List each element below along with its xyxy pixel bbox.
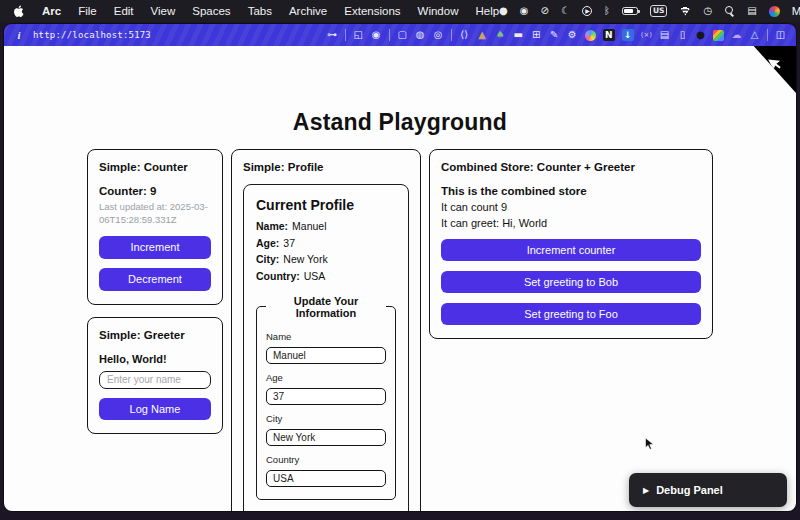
field-label: Country [266, 454, 386, 465]
profile-card: Simple: Profile Current Profile Name:Man… [231, 149, 421, 511]
counter-last-updated: Last updated at: 2025-03-06T15:28:59.331… [99, 200, 211, 227]
clipboard-icon[interactable]: ▯ [677, 29, 688, 41]
target-icon[interactable]: ◎ [433, 29, 444, 41]
menubar-item[interactable]: Tabs [248, 5, 272, 17]
code-brackets-icon[interactable]: ⟨⟩ [459, 29, 470, 41]
paperclip-icon[interactable]: ⊶ [327, 29, 338, 41]
site-info-icon[interactable]: i [14, 29, 24, 41]
menubar-item[interactable]: Arc [42, 5, 61, 17]
city-input[interactable] [266, 429, 386, 446]
displays-icon[interactable]: ▤ [747, 6, 756, 16]
globe-icon[interactable]: ◍ [415, 29, 426, 41]
field-label: Name [266, 331, 386, 342]
debug-panel-label: Debug Panel [656, 484, 723, 496]
toolbar-divider[interactable] [767, 29, 768, 41]
extension-toolbar: ⊶◱◉▢◍◎⟨⟩▲♠▬⊞✎⚙N↓(×)▤▯●☁△◫ [327, 29, 786, 41]
cloud-icon[interactable]: ☁ [731, 29, 742, 41]
menubar-status-area: ●◉⊘☾▶ᛒUS◷▤ Mon 10. Mar 08:58 [499, 5, 800, 17]
increment-button[interactable]: Increment [99, 236, 211, 259]
menubar-item[interactable]: File [78, 5, 97, 17]
toolbar-divider[interactable] [389, 29, 390, 41]
profile-info-row: City:New York [256, 253, 396, 265]
menubar: ArcFileEditViewSpacesTabsArchiveExtensio… [0, 0, 800, 22]
browser-window: i http://localhost:5173 ⊶◱◉▢◍◎⟨⟩▲♠▬⊞✎⚙N↓… [4, 24, 796, 511]
url-bar[interactable]: i http://localhost:5173 ⊶◱◉▢◍◎⟨⟩▲♠▬⊞✎⚙N↓… [4, 24, 796, 46]
toolbar-divider[interactable] [345, 29, 346, 41]
creative-cloud-icon[interactable]: ◉ [520, 6, 529, 16]
combined-subtitle: This is the combined store [441, 185, 701, 197]
disclosure-triangle-icon: ▶ [643, 486, 649, 495]
download-arrow-icon[interactable]: ↓ [622, 29, 634, 41]
prism-icon[interactable]: △ [749, 29, 760, 41]
menubar-item[interactable]: Edit [114, 5, 134, 17]
moon-focus-icon[interactable]: ☾ [561, 6, 570, 16]
rainbow-grid-icon[interactable] [713, 30, 724, 41]
keyboard-layout-badge[interactable]: US [650, 5, 668, 17]
split-view-icon[interactable]: ◫ [775, 29, 786, 41]
crop-icon[interactable]: ⊞ [531, 29, 542, 41]
clock-status-icon[interactable]: ◷ [703, 6, 712, 16]
combined-greet-line: It can greet: Hi, World [441, 217, 701, 229]
color-sphere-icon[interactable] [769, 6, 780, 17]
slash-circle-icon[interactable]: ⊘ [541, 6, 549, 16]
greeter-card-title: Simple: Greeter [99, 329, 211, 341]
screen-capture-corner [750, 46, 796, 93]
window-capture-icon[interactable]: ▢ [397, 29, 408, 41]
profile-info-row: Name:Manuel [256, 220, 396, 232]
field-label: Age [266, 372, 386, 383]
menubar-item[interactable]: Help [475, 5, 499, 17]
form-field: City [266, 413, 386, 446]
country-input[interactable] [266, 470, 386, 487]
apple-logo-icon[interactable] [12, 4, 25, 19]
regex-icon[interactable]: (×) [641, 29, 652, 41]
decrement-button[interactable]: Decrement [99, 268, 211, 291]
name-input[interactable] [266, 347, 386, 364]
name-entry-input[interactable] [99, 371, 211, 389]
form-field: Age [266, 372, 386, 405]
spotlight-search-icon[interactable] [724, 6, 735, 17]
pencil-icon[interactable]: ✎ [549, 29, 560, 41]
camera-icon[interactable]: ◉ [371, 29, 382, 41]
debug-panel[interactable]: ▶ Debug Panel [629, 473, 787, 507]
update-form-legend: Update Your Information [266, 295, 386, 319]
bluetooth-icon[interactable]: ᛒ [604, 6, 610, 16]
tree-icon[interactable]: ♠ [495, 29, 506, 41]
combined-action-button[interactable]: Set greeting to Bob [441, 271, 701, 293]
log-name-button[interactable]: Log Name [99, 398, 211, 420]
greeting-text: Hello, World! [99, 353, 211, 365]
menubar-item[interactable]: Window [418, 5, 459, 17]
profile-info-row: Country:USA [256, 270, 396, 282]
toolbar-divider[interactable] [451, 29, 452, 41]
counter-value: Counter: 9 [99, 185, 211, 197]
menubar-item[interactable]: Archive [289, 5, 327, 17]
wifi-icon[interactable] [679, 7, 691, 16]
age-input[interactable] [266, 388, 386, 405]
record-disc-icon[interactable]: ● [695, 29, 706, 41]
notion-icon[interactable]: N [603, 29, 615, 41]
combined-store-card: Combined Store: Counter + Greeter This i… [429, 149, 713, 339]
combined-action-button[interactable]: Set greeting to Foo [441, 303, 701, 325]
gear-icon[interactable]: ⚙ [567, 29, 578, 41]
battery-icon[interactable] [622, 7, 638, 15]
menubar-menus: ArcFileEditViewSpacesTabsArchiveExtensio… [42, 5, 499, 17]
screen-record-icon[interactable]: ◱ [353, 29, 364, 41]
printer-icon[interactable]: ▤ [659, 29, 670, 41]
current-profile-heading: Current Profile [256, 197, 396, 213]
browser-sphere-icon[interactable] [585, 30, 596, 41]
menubar-clock[interactable]: Mon 10. Mar 08:58 [792, 5, 800, 17]
form-field: Name [266, 331, 386, 364]
menubar-item[interactable]: Spaces [192, 5, 230, 17]
combined-count-line: It can count 9 [441, 201, 701, 213]
menubar-item[interactable]: View [151, 5, 176, 17]
menubar-item[interactable]: Extensions [344, 5, 400, 17]
form-field: Country [266, 454, 386, 487]
counter-card-title: Simple: Counter [99, 161, 211, 173]
badge-icon[interactable]: ▬ [513, 29, 524, 41]
url-text[interactable]: http://localhost:5173 [33, 30, 151, 40]
profile-card-title: Simple: Profile [243, 161, 409, 173]
play-circle-icon[interactable]: ▶ [582, 6, 592, 16]
pyramid-icon[interactable]: ▲ [477, 29, 488, 41]
record-dot-icon[interactable]: ● [499, 6, 508, 16]
page-title: Astand Playground [4, 109, 796, 136]
combined-action-button[interactable]: Increment counter [441, 239, 701, 261]
